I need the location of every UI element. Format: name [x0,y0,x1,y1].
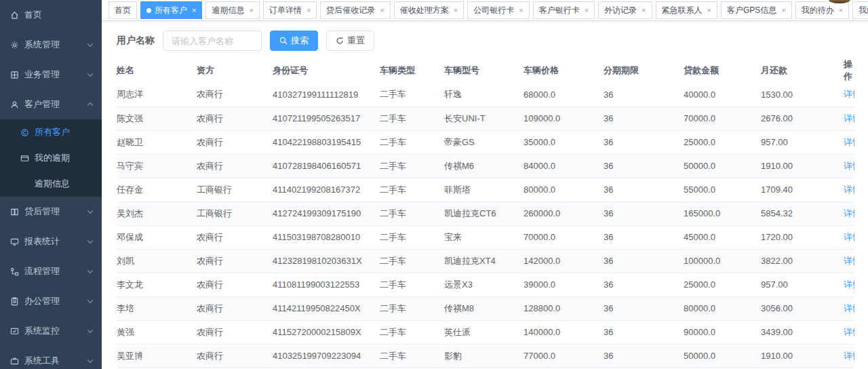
table-cell: 40000.0 [684,83,761,106]
screen-check-icon [9,326,19,336]
table-cell: 84000.0 [524,154,604,178]
table-cell: 1709.40 [761,178,844,201]
table-cell: 411081199003122553 [273,273,380,296]
table-cell: 工商银行 [197,201,273,225]
close-icon[interactable]: × [519,7,523,14]
table-cell: 36 [604,154,684,178]
table-cell: 410422198803195415 [273,130,380,154]
table-cell: 36 [604,83,684,106]
detail-link[interactable]: 详情 [844,256,854,266]
table-cell: 260000.0 [524,201,604,225]
table-cell: 36 [604,106,684,130]
sidebar-item-process[interactable]: 流程管理 [0,256,102,286]
table-cell: 50000.0 [684,154,761,178]
reset-button[interactable]: 重置 [326,31,374,51]
table-cell: 英仕派 [444,320,524,344]
tab-客户银行卡[interactable]: 客户银行卡× [533,1,595,19]
detail-link[interactable]: 详情 [844,279,854,290]
sidebar-item-sysmonitor[interactable]: 系统监控 [0,316,102,346]
table-cell: 轩逸 [444,83,524,106]
sidebar-item-report[interactable]: 报表统计 [0,227,102,256]
sidebar-item-customer[interactable]: 客户管理 [0,90,102,119]
table-cell: 70000.0 [524,225,604,249]
table-cell: 1910.00 [761,154,844,178]
detail-link[interactable]: 详情 [844,137,854,147]
table-cell: 影豹 [444,344,524,368]
sidebar-item-loan[interactable]: 贷后管理 [0,197,102,227]
tab-我的流程[interactable]: 我的流程× [852,1,868,19]
tab-逾期信息[interactable]: 逾期信息× [205,1,259,19]
user-icon [9,100,19,109]
table-cell-actions: 详情 [844,296,854,320]
close-icon[interactable]: × [307,7,311,14]
close-icon[interactable]: × [707,7,711,14]
tab-订单详情[interactable]: 订单详情× [263,1,317,19]
refresh-icon [336,37,344,45]
detail-link[interactable]: 详情 [844,303,854,313]
sidebar-item-home[interactable]: 首页 [0,0,102,30]
detail-link[interactable]: 详情 [844,161,854,171]
tab-公司银行卡[interactable]: 公司银行卡× [467,1,529,19]
close-icon[interactable]: × [454,7,458,14]
table-cell: 农商行 [197,320,273,344]
tab-催收处理方案[interactable]: 催收处理方案× [394,1,464,19]
table-cell: 957.00 [761,273,844,296]
table-cell: 25000.0 [684,130,761,154]
table-cell: 3439.00 [761,320,844,344]
sidebar-item-tools[interactable]: 系统工具 [0,346,102,369]
close-icon[interactable]: × [642,7,646,14]
table-cell: 1910.00 [761,344,844,368]
sidebar-item-office[interactable]: 办公管理 [0,286,102,316]
detail-link[interactable]: 详情 [844,113,854,123]
sidebar-item-my-overdue[interactable]: 我的逾期 [0,145,102,171]
active-dot [146,8,151,13]
customer-name-input[interactable] [163,31,262,51]
tab-所有客户[interactable]: 所有客户× [140,1,202,19]
column-header: 姓名 [117,58,197,83]
detail-link[interactable]: 详情 [844,351,854,361]
table-cell: 411503198708280010 [273,225,380,249]
table-cell: 410721199505263517 [273,106,380,130]
sidebar-item-overdue-info[interactable]: 逾期信息 [0,171,102,197]
tab-我的待办[interactable]: 我的待办× [795,1,849,19]
detail-link[interactable]: 详情 [844,208,854,218]
close-icon[interactable]: × [839,7,843,14]
table-cell: 5854.32 [761,201,844,225]
search-button[interactable]: 搜索 [270,31,318,51]
sidebar-item-all-customers[interactable]: 所有客户 [0,119,102,145]
table-cell: 411402199208167372 [273,178,380,201]
table-header-row: 姓名资方身份证号车辆类型车辆型号车辆价格分期期限贷款金额月还款操作 [117,58,854,83]
close-icon[interactable]: × [249,7,253,14]
copyright-icon [20,128,29,137]
search-button-label: 搜索 [291,35,309,47]
close-icon[interactable]: × [781,7,785,14]
tab-紧急联系人[interactable]: 紧急联系人× [656,1,717,19]
tab-贷后催收记录[interactable]: 贷后催收记录× [320,1,390,19]
grid-icon [9,70,19,79]
tab-客户GPS信息[interactable]: 客户GPS信息× [721,1,792,19]
detail-link[interactable]: 详情 [844,232,854,242]
table-row: 周志洋农商行410327199111112819二手车轩逸68000.03640… [117,83,854,106]
table-cell-actions: 详情 [844,178,854,201]
detail-link[interactable]: 详情 [844,327,854,337]
table-cell: 刘凯 [117,249,197,273]
close-icon[interactable]: × [192,7,196,14]
close-icon[interactable]: × [380,7,384,14]
sidebar-item-system[interactable]: 系统管理 [0,30,102,60]
sidebar-item-business[interactable]: 业务管理 [0,60,102,90]
table-cell-actions: 详情 [844,249,854,273]
tab-首页[interactable]: 首页 [108,1,137,19]
table-cell: 80000.0 [684,296,761,320]
table-cell: 二手车 [380,106,444,130]
tab-label: 客户银行卡 [539,2,580,18]
detail-link[interactable]: 详情 [844,184,854,195]
flow-icon [9,267,19,276]
table-cell: 41152720000215809X [273,320,380,344]
sidebar-item-label: 业务管理 [24,69,60,81]
tab-外访记录[interactable]: 外访记录× [598,1,652,19]
search-icon [279,37,288,45]
detail-link[interactable]: 详情 [844,89,854,99]
tab-label: 订单详情 [269,2,302,18]
close-icon[interactable]: × [585,7,589,14]
table-cell: 80000.0 [524,178,604,201]
